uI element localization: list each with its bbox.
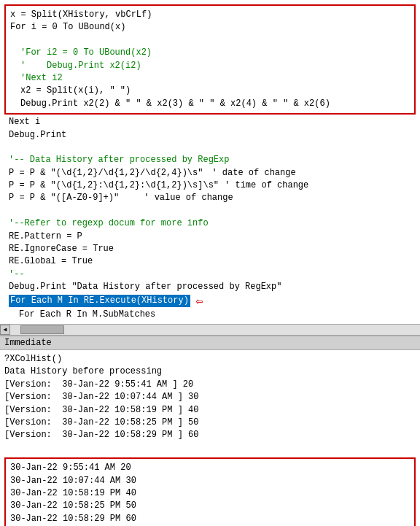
output-block: 30-Jan-22 9:55:41 AM 20 30-Jan-22 10:07:… — [4, 457, 416, 526]
code-line-split: x2 = Split(x(i), " ") — [10, 85, 410, 97]
scroll-thumb[interactable] — [20, 325, 64, 334]
result-line-2: 30-Jan-22 10:07:44 AM 30 — [10, 475, 410, 487]
code-line-debug2: Debug.Print — [4, 129, 416, 142]
code-line-ignorecase: RE.IgnoreCase = True — [4, 243, 416, 255]
code-line-comment-data: '-- Data History after processed by RegE… — [4, 154, 416, 166]
highlighted-line-container: For Each M In RE.Execute(XHistory) ⇦ — [4, 294, 416, 309]
code-line-comment-refer: '--Refer to regexp docum for more info — [4, 217, 416, 230]
code-p3-expr: P = P & "([A-Z0-9]+)" — [9, 192, 119, 204]
code-p1-expr: P = P & "(\d{1,2}/\d{1,2}/\d{2,4})\s" — [9, 167, 203, 179]
immediate-area: ?XColHist() Data History before processi… — [0, 350, 420, 526]
for-each-highlighted: For Each M In RE.Execute(XHistory) — [9, 295, 190, 307]
result-line-3: 30-Jan-22 10:58:19 PM 40 — [10, 487, 410, 500]
immediate-header: Immediate — [0, 336, 420, 350]
code-block-top: x = Split(XHistory, vbCrLf) For i = 0 To… — [4, 4, 416, 115]
code-line-debug-data: Debug.Print "Data History after processe… — [4, 281, 416, 293]
code-line-2: For i = 0 To UBound(x) — [10, 21, 410, 34]
code-line-p3: P = P & "([A-Z0-9]+)" ' value of change — [4, 192, 416, 204]
code-line-submatches: For Each R In M.SubMatches — [4, 309, 416, 321]
scroll-left-btn[interactable]: ◀ — [0, 325, 10, 335]
output-line-1: ?XColHist() — [4, 353, 416, 366]
code-line-blank — [10, 34, 410, 47]
result-line-5: 30-Jan-22 10:58:29 PM 60 — [10, 513, 410, 525]
output-line-3: [Version: 30-Jan-22 9:55:41 AM ] 20 — [4, 379, 416, 391]
output-line-4: [Version: 30-Jan-22 10:07:44 AM ] 30 — [4, 391, 416, 403]
code-line-global: RE.Global = True — [4, 255, 416, 268]
scrollbar-area[interactable]: ◀ — [0, 324, 420, 336]
code-line-blank2 — [4, 142, 416, 154]
code-line-pattern: RE.Pattern = P — [4, 231, 416, 243]
blank-line-1 — [4, 442, 416, 455]
code-line-comment1: 'For i2 = 0 To UBound(x2) — [10, 47, 410, 59]
code-line-blank3 — [4, 205, 416, 217]
code-line-next-i: Next i — [4, 116, 416, 128]
red-arrow-icon: ⇦ — [196, 294, 203, 309]
output-line-7: [Version: 30-Jan-22 10:58:29 PM ] 60 — [4, 429, 416, 441]
output-line-6: [Version: 30-Jan-22 10:58:25 PM ] 50 — [4, 417, 416, 429]
code-line-comment2: ' Debug.Print x2(i2) — [10, 60, 410, 72]
code-p2-expr: P = P & "(\d{1,2}:\d{1,2}:\d{1,2})\s]\s" — [9, 179, 219, 192]
result-line-1: 30-Jan-22 9:55:41 AM 20 — [10, 462, 410, 474]
code-line-p2: P = P & "(\d{1,2}:\d{1,2}:\d{1,2})\s]\s"… — [4, 179, 416, 192]
code-line-comment-dash: '-- — [4, 268, 416, 281]
code-line-1: x = Split(XHistory, vbCrLf) — [10, 9, 410, 21]
output-line-5: [Version: 30-Jan-22 10:58:19 PM ] 40 — [4, 404, 416, 417]
immediate-header-label: Immediate — [4, 338, 52, 348]
code-line-debug-print: Debug.Print x2(2) & " " & x2(3) & " " & … — [10, 98, 410, 110]
output-line-2: Data History before processing — [4, 366, 416, 378]
code-line-p1: P = P & "(\d{1,2}/\d{1,2}/\d{2,4})\s" ' … — [4, 167, 416, 179]
result-line-4: 30-Jan-22 10:58:25 PM 50 — [10, 500, 410, 512]
code-line-comment3: 'Next i2 — [10, 72, 410, 85]
code-p1-comment: ' date of change — [206, 167, 295, 179]
code-p3-comment: ' value of change — [122, 192, 233, 204]
code-p2-comment: ' time of change — [222, 179, 308, 192]
editor-area: x = Split(XHistory, vbCrLf) For i = 0 To… — [0, 0, 420, 324]
